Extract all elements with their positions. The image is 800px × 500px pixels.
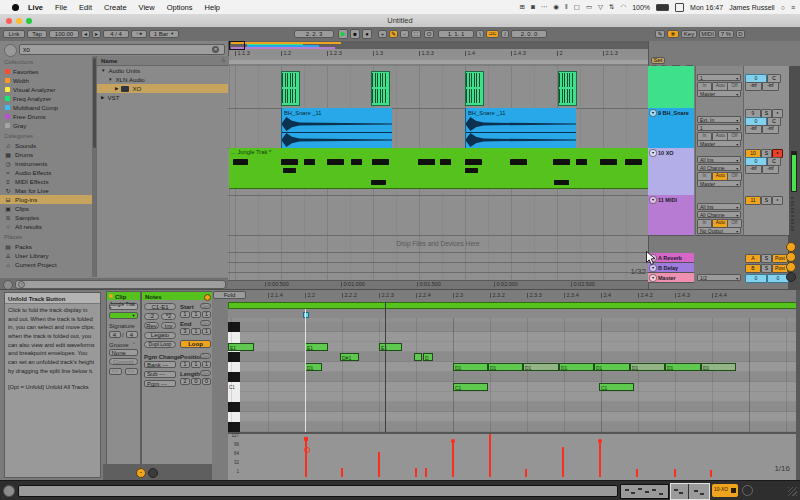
- track-header-10-xo[interactable]: ▾10 XO: [648, 148, 694, 196]
- track-activator[interactable]: A: [745, 254, 761, 263]
- notes-box: Notes C1-E1 :2 *2 Rev Inv Legato Dupl.Lo…: [141, 291, 214, 466]
- solo-button[interactable]: S: [761, 196, 772, 205]
- send-field[interactable]: -inf: [762, 125, 779, 134]
- clip-start-marker[interactable]: [303, 312, 309, 318]
- midi-loop-bar[interactable]: [228, 302, 797, 309]
- track-activator[interactable]: B: [745, 264, 761, 273]
- note-box-toggle[interactable]: [148, 468, 158, 478]
- clip-active-icon[interactable]: [109, 294, 113, 298]
- position-div-field[interactable]: 1: [202, 361, 211, 368]
- track-header-master[interactable]: ▾Master: [648, 273, 694, 283]
- midi-marker-strip[interactable]: [228, 309, 797, 319]
- ableton-live-screen: LiveFileEditCreateViewOptionsHelp ⊞◙⋯◉‖▢…: [0, 0, 800, 500]
- routing-chooser[interactable]: All Channe▼: [697, 164, 741, 171]
- unfold-track-button[interactable]: ▾: [649, 109, 657, 117]
- legato-button[interactable]: Legato: [144, 332, 176, 339]
- track-header-11-midi[interactable]: ▾11 MIDI: [648, 195, 694, 236]
- routing-chooser[interactable]: Master▼: [697, 180, 741, 187]
- envelope-box-toggle[interactable]: ▪: [136, 468, 146, 478]
- track-header-unnamed[interactable]: [648, 66, 694, 109]
- invert-notes-button[interactable]: Inv: [161, 322, 176, 329]
- send-field[interactable]: -inf: [745, 125, 762, 134]
- midi-activity-meter: [791, 204, 794, 206]
- unfold-track-button[interactable]: ▾: [649, 149, 657, 157]
- length-bar-field[interactable]: 2: [180, 378, 190, 385]
- resize-grip[interactable]: [788, 487, 797, 496]
- solo-button[interactable]: S: [761, 254, 772, 263]
- position-beat-field[interactable]: 1: [191, 361, 201, 368]
- clip-color-chooser[interactable]: ▼: [109, 312, 138, 319]
- routing-chooser[interactable]: All Channe▼: [697, 211, 741, 218]
- routing-chooser[interactable]: 1▼: [697, 124, 741, 131]
- velocity-lane[interactable]: [228, 432, 797, 480]
- send-field[interactable]: -inf: [762, 165, 779, 174]
- mini-note: [700, 493, 704, 495]
- set-length-button[interactable]: Set: [200, 370, 211, 376]
- send-field[interactable]: -inf: [745, 165, 762, 174]
- track-header-9-bh-snare[interactable]: ▾9 BH_Snare: [648, 108, 694, 149]
- end-bar-field[interactable]: 3: [180, 328, 190, 335]
- clip-zoom-box[interactable]: [670, 483, 710, 500]
- routing-chooser[interactable]: Ext. In▼: [697, 116, 741, 123]
- routing-chooser[interactable]: No Output▼: [697, 227, 741, 234]
- routing-chooser[interactable]: All Ins▼: [697, 203, 741, 210]
- midi-activity-meter: [791, 226, 794, 228]
- length-beat-field[interactable]: 0: [191, 378, 201, 385]
- sub-bank-field[interactable]: Sub ---: [144, 371, 176, 378]
- master-circle-button[interactable]: [786, 272, 796, 282]
- groove-dial-icon[interactable]: ◔: [132, 341, 135, 346]
- sends-circle-button[interactable]: [786, 262, 796, 272]
- position-bar-field[interactable]: 1: [180, 361, 190, 368]
- notes-target-icon[interactable]: [204, 294, 211, 301]
- midi-editor-scrollbar[interactable]: [796, 290, 800, 480]
- clip-overview[interactable]: [620, 484, 669, 499]
- routing-chooser[interactable]: All Ins▼: [697, 156, 741, 163]
- horizontal-scrollbar[interactable]: [18, 485, 618, 497]
- start-beat-field[interactable]: 1: [191, 311, 201, 318]
- midi-activity-meter: [791, 197, 794, 199]
- end-beat-field[interactable]: 1: [191, 328, 201, 335]
- mini-note: [652, 489, 656, 491]
- set-start-button[interactable]: Set: [200, 303, 211, 309]
- bank-select-field[interactable]: Bank ---: [144, 361, 176, 368]
- set-position-button[interactable]: Set: [200, 353, 211, 359]
- routing-chooser[interactable]: Master▼: [697, 90, 741, 97]
- nudge-back-button[interactable]: <<: [109, 368, 122, 375]
- reverse-notes-button[interactable]: Rev: [144, 322, 159, 329]
- unfold-track-button[interactable]: ▾: [649, 196, 657, 204]
- return-b-circle-button[interactable]: [786, 252, 796, 262]
- set-end-button[interactable]: Set: [200, 320, 211, 326]
- signature-numerator[interactable]: 4: [109, 331, 121, 338]
- status-circle-icon[interactable]: [3, 485, 15, 497]
- halve-tempo-button[interactable]: :2: [144, 313, 159, 320]
- end-div-field[interactable]: 1: [202, 328, 211, 335]
- duplicate-loop-button[interactable]: Dupl.Loop: [144, 341, 176, 348]
- start-div-field[interactable]: 1: [202, 311, 211, 318]
- length-div-field[interactable]: 0: [202, 378, 211, 385]
- unfold-track-button[interactable]: ▾: [649, 274, 657, 282]
- send-field[interactable]: -inf: [762, 82, 779, 91]
- clip-name-field[interactable]: Jungle Trak *: [109, 303, 138, 310]
- routing-chooser[interactable]: 1▼: [697, 74, 741, 81]
- notes-box-header[interactable]: Notes: [142, 292, 213, 300]
- routing-chooser[interactable]: 1/2▼: [697, 274, 741, 281]
- solo-button[interactable]: S: [761, 264, 772, 273]
- commit-groove-button[interactable]: Commit: [109, 358, 138, 365]
- routing-chooser[interactable]: Master▼: [697, 140, 741, 147]
- nudge-forward-button[interactable]: >>: [125, 368, 138, 375]
- start-bar-field[interactable]: 1: [180, 311, 190, 318]
- notification-ring-icon[interactable]: [742, 485, 753, 496]
- groove-chooser[interactable]: None: [109, 349, 138, 356]
- track-activator[interactable]: 11: [745, 196, 761, 205]
- signature-denominator[interactable]: 4: [126, 331, 138, 338]
- return-a-circle-button[interactable]: [786, 242, 796, 252]
- fold-button[interactable]: Fold: [213, 291, 246, 299]
- loop-toggle-button[interactable]: Loop: [180, 340, 211, 348]
- arm-button[interactable]: ●: [772, 196, 783, 205]
- double-tempo-button[interactable]: *2: [161, 313, 176, 320]
- device-chip[interactable]: 10-XO: [712, 484, 738, 497]
- pgm-field[interactable]: Pgm ---: [144, 380, 176, 387]
- volume-field[interactable]: 0: [745, 274, 767, 283]
- send-field[interactable]: -inf: [745, 82, 762, 91]
- clip-box-header[interactable]: Clip: [107, 292, 140, 300]
